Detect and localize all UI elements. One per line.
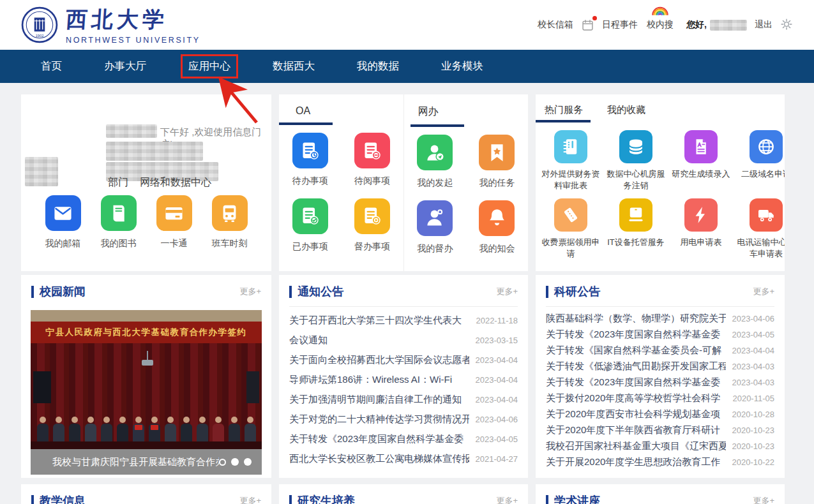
announcement-date: 2023-04-03 [732,378,775,387]
university-logo[interactable]: 1902 西北大学 NORTHWEST UNIVERSITY [21,5,200,45]
book-icon [101,195,137,231]
announcement-title[interactable]: 关于对党的二十大精神传达学习贯彻情况开 [289,413,469,426]
announcement-title[interactable]: 关于2020年度西安市社会科学规划基金项 [546,408,720,420]
nav-item[interactable]: 业务模块 [433,54,491,78]
notification-dot [592,16,597,20]
photo-person [69,417,80,444]
nav-item[interactable]: 首页 [33,54,70,78]
schedule-events-link[interactable]: 日程事件 [602,19,638,31]
tab-wangban[interactable]: 网办 [404,94,529,124]
announcement-title[interactable]: 关于转发《低渗透油气田勘探开发国家工程 [546,360,726,373]
nav-item[interactable]: 我的数据 [349,54,407,78]
app-tile-database[interactable]: 数据中心机房服务注销 [603,130,668,191]
announcement-title[interactable]: 关于拨付2020年度高等学校哲学社会科学 [546,392,720,404]
photo-person [229,417,240,444]
app-tile-globe[interactable]: 二级域名申请 [734,130,785,191]
tab-oa[interactable]: OA [279,94,403,122]
carousel-dots [219,458,252,466]
announcement-title[interactable]: 会议通知 [289,334,328,346]
mail-icon [45,195,81,231]
section-bar [546,286,548,298]
app-tile-bell[interactable]: 我的知会 [479,200,515,255]
announcement-title[interactable]: 关于2020年度下半年陕西省教育厅科研计 [546,424,720,436]
more-link[interactable]: 更多+ [496,495,518,504]
announcement-title[interactable]: 西北大学长安校区教工公寓电梯媒体宣传报 [289,453,469,465]
carousel-caption[interactable]: 我校与甘肃庆阳宁县开展基础教育合作办 [52,456,219,468]
photo-person [181,417,192,444]
carousel-dot[interactable] [244,458,252,466]
nav-item[interactable]: 数据西大 [265,54,322,78]
announcement-title[interactable]: 关于面向全校招募西北大学国际会议志愿者 [289,354,469,366]
app-tile-person-dot[interactable]: 我的督办 [417,200,453,255]
more-link[interactable]: 更多+ [753,286,774,297]
calendar-icon[interactable] [581,19,594,32]
principal-mailbox-link[interactable]: 校长信箱 [538,19,573,31]
more-link[interactable]: 更多+ [239,495,261,504]
announcement-title[interactable]: 我校召开国家社科基金重大项目《辽宋西夏 [546,440,726,452]
settings-gear-icon[interactable] [780,18,793,33]
app-tile-bus[interactable]: 班车时刻 [212,195,248,249]
wangban-group: 网办 我的发起我的任务我的督办我的知会 [403,94,529,271]
app-tile-doc-clock[interactable]: 待办事项 [292,133,328,187]
app-tile-person-send[interactable]: 我的发起 [417,135,453,189]
list-item: 西北大学长安校区教工公寓电梯媒体宣传报2021-04-27 [289,449,518,469]
app-tile-book[interactable]: 我的图书 [101,195,137,249]
photo-person [101,417,112,444]
app-tile-notebook[interactable]: 对外提供财务资料审批表 [538,130,603,191]
app-tile-truck[interactable]: 电讯运输中心用车申请表 [734,198,785,259]
announcement-title[interactable]: 关于转发《2023年度国家自然科学基金委 [546,376,720,389]
list-item: 关于拨付2020年度高等学校哲学社会科学2020-11-05 [546,390,774,406]
tab-my-favorites[interactable]: 我的收藏 [607,104,645,122]
bookmark-star-icon [479,135,515,170]
app-tile-doc-minus[interactable]: 待阅事项 [354,133,390,187]
quick-apps: 我的邮箱我的图书一卡通班车时刻 [21,195,271,249]
carousel-dot[interactable] [231,458,239,466]
bolt-icon [684,198,718,232]
carousel-dot[interactable] [219,459,226,466]
logo-en-text: NORTHWEST UNIVERSITY [66,36,200,45]
announcement-title[interactable]: 关于加强清明节期间廉洁自律工作的通知 [289,394,462,406]
nav-item[interactable]: 办事大厅 [96,54,154,78]
app-tile-bookmark-star[interactable]: 我的任务 [479,135,515,189]
notebook-icon [554,130,587,163]
announcement-title[interactable]: 关于开展2020年度学生思想政治教育工作 [546,456,720,468]
laptop-icon [619,198,652,232]
app-tile-doc-a[interactable]: 研究生成绩录入 [668,130,734,191]
app-tile-card[interactable]: 一卡通 [156,195,192,249]
photo-person [85,417,96,444]
app-tile-bolt[interactable]: 用电申请表 [668,198,734,259]
announcement-title[interactable]: 关于转发《2023年度国家自然科学基金委 [289,433,464,445]
more-link[interactable]: 更多+ [239,286,261,297]
more-link[interactable]: 更多+ [753,495,774,504]
app-tile-mail[interactable]: 我的邮箱 [45,195,81,249]
app-tile-ticket[interactable]: 收费票据领用申请 [538,198,603,259]
news-photo[interactable]: 宁县人民政府与西北大学基础教育合作办学签约 [31,310,262,449]
section-title: 研究生培养 [298,493,355,504]
announcement-date: 2023-04-05 [476,434,518,444]
announcement-title[interactable]: 导师讲坛第186讲：Wireless AI：Wi-Fi [289,374,452,386]
oa-card: OA 待办事项待阅事项已办事项督办事项 网办 我的发起我的任务我的督办我的知会 [279,94,528,271]
photo-projector [142,360,153,366]
announcement-title[interactable]: 关于转发《2023年度国家自然科学基金委 [546,329,720,341]
list-item: 关于转发《2023年度国家自然科学基金委2023-04-03 [546,374,774,390]
more-link[interactable]: 更多+ [496,286,518,297]
app-tile-laptop[interactable]: IT设备托管服务 [603,198,668,259]
app-tile-doc-play[interactable]: 督办事项 [354,198,390,253]
announcement-title[interactable]: 关于召开西北大学第三十四次学生代表大 [289,315,462,327]
research-list: 陕西基础科学（数学、物理学）研究院关于2023-04-06关于转发《2023年度… [536,307,785,470]
logout-link[interactable]: 退出 [755,19,773,31]
list-item: 关于2020年度西安市社会科学规划基金项2020-10-28 [546,406,774,422]
nav-item-highlighted[interactable]: 应用中心 [181,54,238,78]
announcement-title[interactable]: 陕西基础科学（数学、物理学）研究院关于 [546,313,726,325]
list-item: 会议通知2023-03-15 [289,330,518,350]
campus-search-link[interactable]: 校内搜 [647,19,674,31]
research-card: 科研公告 更多+ 陕西基础科学（数学、物理学）研究院关于2023-04-06关于… [536,275,785,478]
list-item: 关于对党的二十大精神传达学习贯彻情况开2023-04-06 [289,410,518,429]
bell-icon [479,200,515,236]
app-tile-doc-check[interactable]: 已办事项 [292,198,328,253]
oa-tiles: 待办事项待阅事项已办事项督办事项 [279,125,403,253]
academic-lectures-card: 学术讲座 更多+ [536,484,785,504]
section-bar [31,286,34,298]
app-tile-label: 我的邮箱 [45,237,81,249]
announcement-title[interactable]: 关于转发《国家自然科学基金委员会-可解 [546,345,721,357]
